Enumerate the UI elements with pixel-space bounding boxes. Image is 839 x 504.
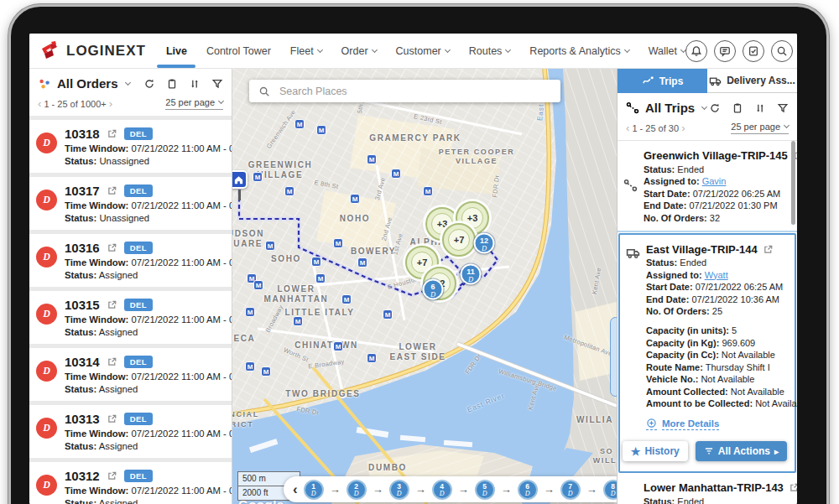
sort-icon[interactable] (189, 78, 201, 90)
nav-item-customer[interactable]: Customer (396, 34, 450, 68)
refresh-icon[interactable] (143, 78, 155, 90)
clipboard-icon[interactable] (732, 102, 743, 114)
tab-trips[interactable]: Trips (618, 69, 707, 93)
stop-marker[interactable]: 12D (474, 233, 495, 254)
external-link-icon[interactable] (107, 299, 117, 310)
trip-stop-4[interactable]: 4D (432, 480, 452, 500)
assignee-link[interactable]: Wyatt (705, 270, 728, 280)
search-places-input[interactable] (278, 85, 551, 98)
trip-card-east-village-trip-144[interactable]: East Village-TRIP-144Status: EndedAssign… (618, 233, 796, 474)
order-type-badge: DEL (124, 127, 153, 140)
prev-page-arrow[interactable]: ‹ (38, 97, 41, 110)
search-icon-button[interactable] (771, 40, 793, 62)
order-card[interactable]: D10314DELTime Window: 07/21/2022 11:00 A… (29, 348, 232, 401)
collapse-stops-chevron[interactable]: ‹ (293, 482, 298, 496)
trip-stop-3[interactable]: 3D (389, 480, 409, 500)
order-cluster-marker[interactable]: +7 (442, 223, 476, 257)
external-link-icon[interactable] (107, 356, 117, 367)
trip-title-row: Greenwich Village-TRIP-145 (644, 149, 790, 162)
subway-station-icon: M (245, 307, 255, 317)
all-actions-button[interactable]: All Actions▸ (696, 441, 787, 461)
orders-type-icon[interactable] (38, 77, 51, 91)
clipboard-icon[interactable] (166, 78, 178, 90)
nav-item-routes[interactable]: Routes (469, 34, 511, 68)
trip-stop-1[interactable]: 1D (304, 480, 324, 500)
order-time-window: Time Window: 07/21/2022 11:00 AM - 03:00… (65, 143, 223, 153)
task-icon-button[interactable] (743, 40, 764, 62)
filter-icon[interactable] (777, 102, 789, 114)
bell-icon-button[interactable] (685, 40, 707, 62)
chevron-down-icon[interactable] (701, 103, 707, 109)
trip-stop-5[interactable]: 5D (475, 480, 495, 500)
orders-per-page-select[interactable]: 25 per page (165, 97, 223, 110)
depot-home-marker[interactable] (232, 170, 248, 189)
order-card[interactable]: D10315DELTime Window: 07/21/2022 11:00 A… (29, 291, 232, 344)
chevron-down-icon[interactable] (124, 79, 130, 85)
assignee-link[interactable]: Gavin (702, 176, 727, 186)
nav-item-live[interactable]: Live (166, 34, 187, 68)
trip-stop-2[interactable]: 2D (347, 480, 367, 500)
navbar-icon-buttons: ? (685, 40, 797, 62)
cluster-count: +3 (467, 213, 478, 223)
order-id: 10312 (65, 469, 100, 483)
trips-per-page-select[interactable]: 25 per page (731, 122, 789, 134)
order-card[interactable]: D10313DELTime Window: 07/21/2022 11:00 A… (29, 405, 232, 458)
stop-marker[interactable]: 6D (423, 279, 444, 300)
trip-card-lower-manhattan-trip-143[interactable]: Lower Manhattan-TRIP-143Status: EndedAss… (618, 473, 797, 504)
external-link-icon[interactable] (789, 482, 797, 493)
order-card[interactable]: D10316DELTime Window: 07/21/2022 11:00 A… (29, 234, 232, 287)
order-card[interactable]: D10318DELTime Window: 07/21/2022 11:00 A… (29, 120, 232, 173)
all-actions-label: All Actions (718, 445, 770, 457)
external-link-icon[interactable] (107, 242, 117, 253)
stop-marker[interactable]: 11D (461, 264, 482, 285)
chat-icon-button[interactable] (714, 40, 736, 62)
external-link-icon[interactable] (107, 413, 117, 424)
trip-card-greenwich-village-trip-145[interactable]: Greenwich Village-TRIP-145Status: EndedA… (618, 141, 797, 232)
prev-page-arrow[interactable]: ‹ (626, 122, 629, 134)
delivery-marker-icon: D (36, 475, 57, 496)
order-status: Status: Assigned (65, 270, 223, 280)
order-id: 10315 (65, 298, 100, 312)
subway-station-icon: M (423, 186, 433, 196)
nav-item-control-tower[interactable]: Control Tower (206, 34, 271, 68)
nav-item-order[interactable]: Order (341, 34, 377, 68)
trips-scrollbar[interactable] (791, 141, 795, 225)
nav-item-reports-analytics[interactable]: Reports & Analytics (529, 34, 628, 68)
nav-item-fleet[interactable]: Fleet (290, 34, 322, 68)
more-details-link[interactable]: More Details (646, 418, 788, 430)
history-button[interactable]: ★History (623, 441, 688, 461)
trips-type-icon[interactable] (626, 101, 639, 115)
stop-letter: D (434, 491, 451, 497)
external-link-icon[interactable] (107, 470, 117, 481)
orders-panel-title[interactable]: All Orders (57, 76, 118, 91)
brand-name: LOGINEXT (66, 43, 146, 60)
trip-stop-7[interactable]: 7D (560, 480, 581, 500)
next-page-arrow[interactable]: › (109, 97, 112, 110)
order-status: Status: Assigned (65, 384, 223, 394)
nav-item-label: Routes (469, 45, 503, 57)
cluster-count: +7 (417, 257, 428, 268)
refresh-icon[interactable] (709, 102, 721, 114)
trips-panel-title[interactable]: All Trips (645, 101, 695, 115)
stop-arrow-icon: → (458, 483, 469, 496)
next-page-arrow[interactable]: › (681, 122, 685, 134)
order-time-window: Time Window: 07/21/2022 11:00 AM - 03:00… (65, 372, 223, 382)
tab-delivery-associates[interactable]: Delivery Ass... (707, 69, 797, 93)
order-id: 10313 (65, 412, 100, 426)
external-link-icon[interactable] (763, 244, 774, 255)
brand-logo[interactable]: LOGINEXT (39, 40, 146, 62)
external-link-icon[interactable] (107, 128, 117, 139)
trip-stop-6[interactable]: 6D (518, 480, 538, 500)
filter-icon[interactable] (211, 78, 223, 90)
map-control-strip[interactable] (610, 317, 617, 397)
external-link-icon[interactable] (107, 185, 117, 196)
route-icon (642, 75, 654, 87)
sort-icon[interactable] (754, 102, 766, 114)
trip-stop-8[interactable]: 8D (603, 480, 617, 500)
nav-item-wallet[interactable]: Wallet (649, 34, 685, 68)
star-icon: ★ (631, 446, 641, 457)
order-card[interactable]: D10312DELTime Window: 07/21/2022 11:00 A… (29, 462, 232, 504)
order-card[interactable]: D10317DELTime Window: 07/21/2022 11:00 A… (29, 177, 232, 230)
trip-assignee: Assigned to: Gavin (644, 176, 790, 186)
map-canvas[interactable]: GREENWICHVILLAGEGRAMERCY PARKPETER COOPE… (232, 69, 617, 504)
